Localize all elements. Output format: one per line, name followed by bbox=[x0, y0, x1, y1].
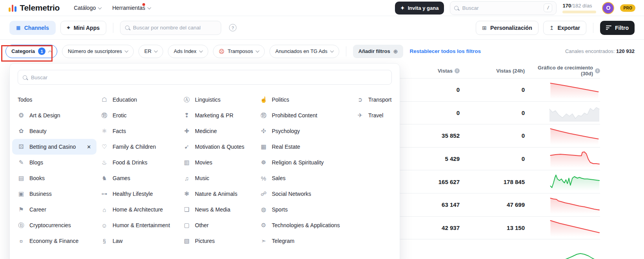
category-item[interactable]: ▦Real Estate bbox=[260, 139, 357, 155]
category-item[interactable]: Todos bbox=[18, 92, 101, 108]
filter-chip[interactable]: ☹Tramposos bbox=[213, 45, 265, 58]
category-item[interactable]: ♞Games bbox=[101, 170, 183, 186]
category-item[interactable]: ♨Food & Drinks bbox=[101, 155, 183, 170]
filter-chip[interactable]: ER bbox=[138, 45, 163, 58]
category-item[interactable]: ▤Books bbox=[18, 170, 101, 186]
table-row[interactable]: 165 627178 845 bbox=[400, 170, 600, 193]
category-item-label: Real Estate bbox=[272, 144, 300, 150]
search-icon bbox=[23, 75, 27, 80]
channel-search[interactable] bbox=[120, 21, 221, 35]
filter-icon bbox=[606, 26, 611, 30]
table-row[interactable]: 5 4290 bbox=[400, 148, 600, 171]
category-search[interactable] bbox=[18, 70, 392, 85]
category-item[interactable]: ⒷCryptocurrencies bbox=[18, 217, 101, 233]
category-item-label: Facts bbox=[113, 128, 126, 134]
table-row[interactable]: 35 8520 bbox=[400, 124, 600, 148]
category-item[interactable]: ◍Sports bbox=[260, 202, 357, 217]
info-icon[interactable]: i bbox=[455, 68, 460, 73]
category-item[interactable]: ☍Social Networks bbox=[260, 186, 357, 202]
category-item[interactable]: ▥Movies bbox=[183, 155, 260, 170]
filter-chip[interactable]: Anunciados en TG Ads bbox=[269, 45, 339, 58]
category-item[interactable]: ⒶLinguistics bbox=[183, 92, 260, 108]
category-item[interactable]: ✿Beauty bbox=[18, 123, 101, 139]
nav-menu-tools[interactable]: Herramientas bbox=[112, 5, 151, 11]
layout-icon: ⊞ bbox=[482, 25, 487, 31]
category-item[interactable]: ⑱Prohibited Content bbox=[260, 108, 357, 123]
global-search[interactable]: / bbox=[450, 1, 557, 15]
category-item[interactable]: ☝Politics bbox=[260, 92, 357, 108]
channel-search-input[interactable] bbox=[133, 25, 216, 31]
filter-chip[interactable]: Ads Index bbox=[168, 45, 208, 58]
close-icon[interactable]: ✕ bbox=[87, 144, 91, 150]
category-item[interactable]: ☸Religion & Spirituality bbox=[260, 155, 357, 170]
category-item[interactable]: ⚄Betting and Casino✕ bbox=[12, 139, 96, 155]
category-item-label: Healthy Lifestyle bbox=[113, 191, 153, 197]
filter-label: Filtro bbox=[615, 25, 629, 31]
category-item[interactable]: ♫Music bbox=[183, 170, 260, 186]
nav-menu-catalog-label: Catálogo bbox=[74, 5, 96, 11]
info-icon[interactable]: i bbox=[595, 68, 600, 73]
category-item[interactable]: ❂Art & Design bbox=[18, 108, 101, 123]
category-item[interactable]: ✚Medicine bbox=[183, 123, 260, 139]
briefcase-icon: ▣ bbox=[18, 190, 25, 197]
category-item[interactable]: ▢Other bbox=[183, 217, 260, 233]
category-item[interactable]: ☖Education bbox=[101, 92, 183, 108]
global-search-input[interactable] bbox=[462, 5, 540, 11]
filter-chip[interactable]: Número de suscriptores bbox=[62, 45, 134, 58]
tab-mini-apps[interactable]: ⌖ Mini Apps bbox=[60, 21, 106, 35]
table-body: 000035 85205 4290165 627178 84563 14747 … bbox=[400, 78, 600, 259]
table-row[interactable]: 00 bbox=[400, 102, 600, 125]
growth-chart-cell bbox=[525, 81, 600, 99]
category-item[interactable]: ♡Family & Children bbox=[101, 139, 183, 155]
category-item[interactable]: %Sales bbox=[260, 170, 357, 186]
personalization-button[interactable]: ⊞ Personalización bbox=[476, 21, 538, 35]
category-item[interactable]: ⚑Career bbox=[18, 202, 101, 217]
invite-button[interactable]: ✦ Invita y gana bbox=[395, 2, 444, 15]
category-item[interactable]: §Law bbox=[101, 233, 183, 249]
category-item[interactable]: ✣Psychology bbox=[260, 123, 357, 139]
category-item[interactable]: ✈Travel bbox=[357, 108, 392, 123]
help-icon[interactable]: ? bbox=[229, 24, 236, 31]
category-item[interactable]: ⌂Home & Architecture bbox=[101, 202, 183, 217]
growth-chart-cell bbox=[525, 196, 600, 214]
add-filters-button[interactable]: Añadir filtros ⊕ bbox=[353, 45, 404, 58]
category-item[interactable]: ➲Transport bbox=[357, 92, 392, 108]
growth-sparkline-down bbox=[549, 219, 600, 237]
table-row[interactable]: 42 93713 150 bbox=[400, 217, 600, 240]
table-row[interactable]: 63 14747 699 bbox=[400, 193, 600, 217]
user-avatar[interactable]: O bbox=[602, 2, 614, 14]
column-header-views: Vistas i bbox=[400, 68, 460, 74]
reset-filters-link[interactable]: Restablecer todos los filtros bbox=[409, 48, 481, 54]
brand[interactable]: Telemetrio bbox=[9, 3, 60, 13]
filter-button[interactable]: Filtro bbox=[600, 21, 635, 35]
microphone-icon: ☝ bbox=[260, 96, 267, 103]
add-filters-label: Añadir filtros bbox=[358, 48, 390, 54]
growth-chart-cell bbox=[525, 127, 600, 145]
category-item[interactable]: ⚙Technologies & Applications bbox=[260, 217, 357, 233]
category-item[interactable]: ➹Motivation & Quotes bbox=[183, 139, 260, 155]
category-item[interactable]: ¤Economy & Finance bbox=[18, 233, 101, 249]
table-row[interactable]: 00 bbox=[400, 78, 600, 102]
airplane-icon: ✈ bbox=[357, 112, 364, 119]
category-item[interactable]: ▣Business bbox=[18, 186, 101, 202]
category-item[interactable]: ▧Pictures bbox=[183, 233, 260, 249]
tab-channels[interactable]: ≣ Channels bbox=[9, 21, 56, 35]
category-item[interactable]: ⊶Healthy Lifestyle bbox=[101, 186, 183, 202]
category-chip-label: Categoría bbox=[11, 48, 35, 54]
views-value: 165 627 bbox=[400, 179, 460, 185]
export-button[interactable]: ↥ Exportar bbox=[543, 21, 586, 35]
category-item[interactable]: ❢Marketing & PR bbox=[183, 108, 260, 123]
category-item[interactable]: ⚛Facts bbox=[101, 123, 183, 139]
category-item[interactable]: ❃Nature & Animals bbox=[183, 186, 260, 202]
category-item[interactable]: ☺Humor & Entertainment bbox=[101, 217, 183, 233]
category-filter-chip[interactable]: Categoría 1 bbox=[5, 45, 57, 58]
category-item[interactable]: ⑱Erotic bbox=[101, 108, 183, 123]
table-row[interactable] bbox=[400, 239, 600, 259]
category-item-label: Medicine bbox=[195, 128, 217, 134]
category-item[interactable]: ✎Blogs bbox=[18, 155, 101, 170]
views-24h-value: 13 150 bbox=[460, 224, 525, 231]
category-item[interactable]: ➣Telegram bbox=[260, 233, 357, 249]
nav-menu-catalog[interactable]: Catálogo bbox=[74, 5, 101, 11]
category-search-input[interactable] bbox=[31, 75, 387, 80]
category-item[interactable]: ❏News & Media bbox=[183, 202, 260, 217]
